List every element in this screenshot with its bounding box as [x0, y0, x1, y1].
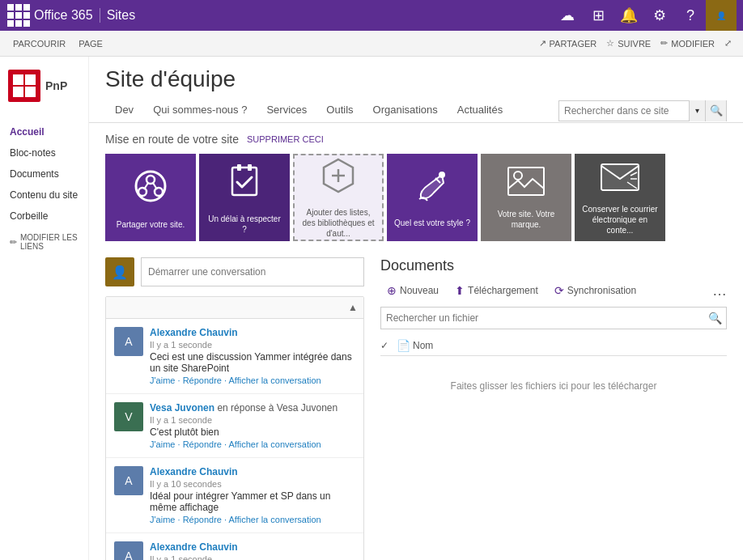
docs-search-box: 🔍 — [380, 307, 727, 329]
svg-rect-12 — [248, 164, 252, 171]
partager-button[interactable]: ↗ PARTAGER — [534, 31, 602, 57]
sidebar-item-accueil[interactable]: Accueil — [0, 121, 88, 142]
toolbar2: PARCOURIR PAGE ↗ PARTAGER ☆ SUIVRE ✏ MOD… — [0, 31, 743, 57]
svg-point-16 — [439, 172, 445, 178]
nav-item-organisations[interactable]: Organisations — [363, 99, 448, 122]
docs-col-nom[interactable]: Nom — [413, 340, 727, 351]
reply-link-1[interactable]: Répondre — [183, 375, 222, 385]
docs-more-button[interactable]: … — [712, 282, 727, 299]
cloud-icon[interactable]: ☁ — [552, 0, 583, 31]
conv-body-2: Vesa Juvonen en réponse à Vesa Juvonen I… — [150, 402, 355, 449]
user-avatar[interactable]: 👤 — [706, 0, 737, 31]
like-link-3[interactable]: J'aime — [150, 515, 175, 524]
gear-icon[interactable]: ⚙ — [644, 0, 675, 31]
sidebar-item-documents[interactable]: Documents — [0, 163, 88, 185]
conversation-column: 👤 ▲ A Alexandre Chauvin Il — [105, 257, 364, 560]
sidebar-item-blocnotes[interactable]: Bloc-notes — [0, 142, 88, 163]
content-area: Site d'équipe Dev Qui sommes-nous ? Serv… — [89, 57, 743, 560]
conv-avatar-4: A — [114, 541, 143, 560]
sidebar: PnP Accueil Bloc-notes Documents Contenu… — [0, 57, 89, 560]
sidebar-item-corbeille[interactable]: Corbeille — [0, 206, 88, 227]
synchronisation-button[interactable]: ⟳ Synchronisation — [548, 281, 643, 300]
conv-author-4: Alexandre Chauvin — [150, 541, 355, 553]
suppress-button[interactable]: SUPPRIMER CECI — [247, 134, 324, 144]
modifier-button[interactable]: ✏ MODIFIER — [656, 31, 720, 57]
view-link-2[interactable]: Afficher la conversation — [229, 439, 321, 449]
conv-actions-3: J'aime · Répondre · Afficher la conversa… — [150, 515, 355, 524]
view-link-3[interactable]: Afficher la conversation — [229, 515, 321, 524]
suivre-button[interactable]: ☆ SUIVRE — [601, 31, 656, 57]
puzzle-icon[interactable]: ⊞ — [583, 0, 614, 31]
like-link-1[interactable]: J'aime — [150, 375, 175, 385]
tiles-row: Partager votre site. Un délai à respecte… — [105, 154, 727, 241]
conv-body-3: Alexandre Chauvin Il y a 10 secondes Idé… — [150, 466, 355, 524]
conversation-list: ▲ A Alexandre Chauvin Il y a 1 seconde C… — [105, 296, 364, 560]
svg-point-19 — [514, 172, 522, 180]
nouveau-button[interactable]: ⊕ Nouveau — [380, 281, 445, 300]
conv-avatar-2: V — [114, 402, 143, 431]
conv-author-3: Alexandre Chauvin — [150, 466, 355, 477]
nav-item-qui[interactable]: Qui sommes-nous ? — [143, 99, 257, 122]
nav-item-services[interactable]: Services — [257, 99, 316, 122]
conv-author-2: Vesa Juvonen en réponse à Vesa Juvonen — [150, 402, 355, 414]
bell-icon[interactable]: 🔔 — [614, 0, 644, 31]
site-title-heading: Site d'équipe — [105, 66, 727, 92]
docs-search-submit[interactable]: 🔍 — [703, 307, 726, 329]
site-search-input[interactable] — [559, 105, 689, 117]
getting-started-section: Mise en route de votre site SUPPRIMER CE… — [89, 123, 743, 248]
svg-rect-1 — [25, 74, 36, 85]
documents-title: Documents — [380, 257, 727, 274]
upload-icon: ⬆ — [455, 284, 465, 297]
search-dropdown-btn[interactable]: ▾ — [689, 100, 705, 121]
nav-item-dev[interactable]: Dev — [105, 99, 143, 122]
user-conv-avatar: 👤 — [105, 257, 134, 286]
edit-links-button[interactable]: ✏ MODIFIER LES LIENS — [0, 227, 88, 257]
plus-icon: ⊕ — [387, 284, 397, 297]
waffle-menu[interactable] — [6, 0, 31, 31]
collapse-conv-button[interactable]: ▲ — [342, 297, 363, 318]
reply-link-2[interactable]: Répondre — [183, 439, 222, 449]
tile-partager[interactable]: Partager votre site. — [105, 154, 196, 241]
expand-button[interactable]: ⤢ — [720, 31, 737, 57]
new-conversation-box: 👤 — [105, 257, 364, 286]
parcourir-button[interactable]: PARCOURIR — [6, 31, 72, 57]
tile-courrier[interactable]: Conserver le courrier électronique en co… — [575, 154, 665, 241]
site-search-box: ▾ 🔍 — [558, 100, 727, 121]
tile-hexagon-icon — [319, 156, 358, 202]
tile-style[interactable]: Quel est votre style ? — [387, 154, 478, 241]
site-header: Site d'équipe — [89, 57, 743, 99]
help-icon[interactable]: ? — [675, 0, 706, 31]
conv-entry-3: A Alexandre Chauvin Il y a 10 secondes I… — [106, 458, 363, 533]
telechargement-button[interactable]: ⬆ Téléchargement — [448, 281, 545, 300]
conv-text-1: Ceci est une discussion Yammer intégrée … — [150, 351, 355, 374]
nav-item-outils[interactable]: Outils — [316, 99, 363, 122]
conv-actions-1: J'aime · Répondre · Afficher la conversa… — [150, 375, 355, 385]
docs-file-type-icon: 📄 — [397, 339, 413, 352]
tile-delai[interactable]: Un délai à respecter ? — [199, 154, 290, 241]
tile-ajouter[interactable]: Ajouter des listes, des bibliothèques et… — [293, 154, 384, 241]
sidebar-item-contenu[interactable]: Contenu du site — [0, 185, 88, 206]
nav-item-actualites[interactable]: Actualités — [448, 99, 512, 122]
svg-rect-18 — [508, 168, 544, 195]
conversation-input[interactable] — [141, 257, 364, 286]
reply-link-3[interactable]: Répondre — [183, 515, 222, 524]
svg-rect-2 — [13, 87, 23, 97]
conv-body-4: Alexandre Chauvin Il y a 1 seconde Indee… — [150, 541, 355, 560]
edit-icon: ✏ — [660, 38, 668, 49]
view-link-1[interactable]: Afficher la conversation — [229, 375, 321, 385]
like-link-2[interactable]: J'aime — [150, 439, 175, 449]
getting-started-title: Mise en route de votre site — [105, 133, 239, 146]
page-button[interactable]: PAGE — [72, 31, 109, 57]
docs-check-all[interactable]: ✓ — [380, 340, 397, 351]
partager-icon: ↗ — [539, 38, 546, 49]
topbar: Office 365 Sites ☁ ⊞ 🔔 ⚙ ? 👤 — [0, 0, 743, 31]
conv-author-1: Alexandre Chauvin — [150, 327, 355, 338]
search-submit-btn[interactable]: 🔍 — [705, 100, 726, 121]
conv-author-suffix-2: en réponse à Vesa Juvonen — [217, 402, 338, 414]
tile-marque[interactable]: Votre site. Votre marque. — [481, 154, 571, 241]
docs-search-input[interactable] — [381, 312, 703, 324]
nav-menu: Dev Qui sommes-nous ? Services Outils Or… — [89, 99, 743, 123]
conv-avatar-1: A — [114, 327, 143, 356]
svg-point-6 — [138, 188, 146, 196]
star-icon: ☆ — [606, 38, 614, 49]
